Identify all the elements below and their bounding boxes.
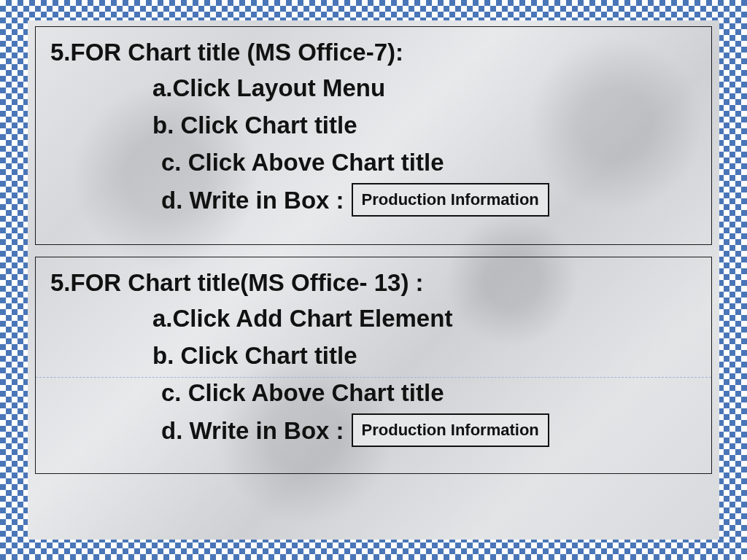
instruction-box-office13: 5.FOR Chart title(MS Office- 13) : a.Cli… — [35, 257, 712, 474]
section-heading: 5.FOR Chart title(MS Office- 13) : — [50, 266, 697, 300]
step-d: d. Write in Box : Production Information — [161, 412, 697, 449]
step-b: b. Click Chart title — [152, 337, 697, 374]
step-d-label: d. Write in Box : — [161, 182, 344, 219]
step-a: a.Click Layout Menu — [152, 69, 697, 106]
chart-title-input-value: Production Information — [352, 183, 549, 217]
step-b: b. Click Chart title — [152, 106, 697, 144]
divider-line — [36, 377, 711, 378]
section-heading: 5.FOR Chart title (MS Office-7): — [50, 36, 697, 69]
step-c: c. Click Above Chart title — [161, 374, 697, 411]
instruction-box-office7: 5.FOR Chart title (MS Office-7): a.Click… — [35, 26, 712, 245]
step-d-label: d. Write in Box : — [161, 412, 344, 449]
step-a: a.Click Add Chart Element — [152, 300, 697, 337]
chart-title-input-value: Production Information — [352, 413, 549, 447]
step-d: d. Write in Box : Production Information — [161, 182, 697, 219]
step-c: c. Click Above Chart title — [161, 144, 697, 181]
